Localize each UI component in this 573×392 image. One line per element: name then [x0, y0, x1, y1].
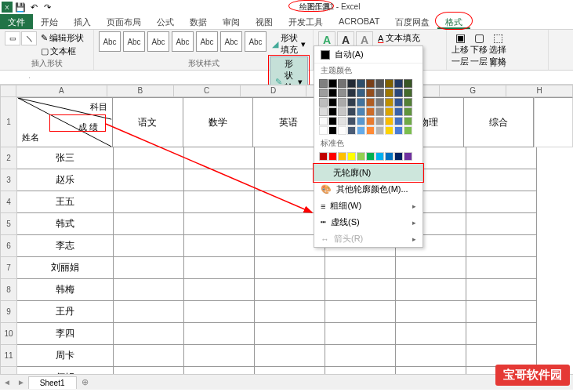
data-cell[interactable] — [466, 257, 537, 279]
color-swatch[interactable] — [404, 152, 412, 161]
color-swatch[interactable] — [347, 89, 356, 97]
color-swatch[interactable] — [328, 79, 337, 88]
color-swatch[interactable] — [366, 117, 375, 125]
data-cell[interactable] — [255, 345, 325, 367]
data-cell[interactable] — [114, 345, 184, 367]
color-swatch[interactable] — [319, 117, 328, 125]
row-header[interactable]: 6 — [0, 235, 17, 257]
row-header[interactable]: 1 — [0, 97, 17, 147]
data-cell[interactable] — [396, 323, 466, 345]
col-header[interactable]: G — [440, 85, 506, 97]
shape-line-icon[interactable]: ＼ — [21, 31, 37, 45]
shape-rect-icon[interactable]: ▭ — [5, 31, 20, 45]
tab-开始[interactable]: 开始 — [33, 14, 66, 29]
dd-more-colors[interactable]: 🎨其他轮廓颜色(M)... — [314, 181, 422, 198]
color-swatch[interactable] — [338, 126, 346, 135]
data-cell[interactable] — [184, 213, 255, 235]
row-header[interactable]: 7 — [0, 257, 17, 279]
color-swatch[interactable] — [385, 98, 393, 107]
add-sheet-button[interactable]: ⊕ — [77, 376, 93, 389]
name-cell[interactable]: 刘丽娟 — [17, 257, 114, 279]
color-swatch[interactable] — [357, 126, 365, 135]
select-all-corner[interactable] — [0, 85, 16, 97]
send-backward-button[interactable]: ▢下移一层 — [470, 31, 488, 55]
color-swatch[interactable] — [394, 117, 403, 125]
color-swatch[interactable] — [319, 79, 328, 88]
color-swatch[interactable] — [375, 89, 384, 97]
color-swatch[interactable] — [385, 89, 393, 97]
col-header[interactable]: C — [174, 85, 241, 97]
tab-开发工具[interactable]: 开发工具 — [281, 14, 331, 29]
data-cell[interactable] — [325, 279, 396, 301]
data-cell[interactable] — [114, 191, 184, 213]
subject-header[interactable]: 综合 — [464, 97, 535, 147]
style-swatch[interactable]: Abc — [196, 31, 218, 52]
subject-header[interactable]: 语文 — [113, 97, 183, 147]
color-swatch[interactable] — [347, 107, 356, 116]
color-swatch[interactable] — [338, 152, 346, 161]
color-swatch[interactable] — [328, 152, 337, 161]
color-swatch[interactable] — [385, 107, 393, 116]
data-cell[interactable] — [114, 169, 184, 191]
color-swatch[interactable] — [347, 117, 356, 125]
row-header[interactable]: 10 — [0, 323, 17, 345]
color-swatch[interactable] — [394, 126, 403, 135]
color-swatch[interactable] — [319, 98, 328, 107]
col-header[interactable]: B — [107, 85, 174, 97]
data-cell[interactable] — [396, 301, 466, 323]
row-header[interactable]: 4 — [0, 191, 17, 213]
color-swatch[interactable] — [375, 107, 384, 116]
dd-dashes[interactable]: ┅虚线(S) — [314, 214, 422, 230]
tab-页面布局[interactable]: 页面布局 — [99, 14, 149, 29]
data-cell[interactable] — [184, 235, 255, 257]
redo-icon[interactable]: ↷ — [42, 2, 53, 13]
col-header[interactable]: A — [16, 85, 107, 97]
data-cell[interactable] — [466, 279, 537, 301]
color-swatch[interactable] — [347, 152, 356, 161]
color-swatch[interactable] — [319, 89, 328, 97]
data-cell[interactable] — [396, 279, 466, 301]
save-icon[interactable]: 💾 — [15, 2, 26, 13]
color-swatch[interactable] — [347, 126, 356, 135]
style-swatch[interactable]: Abc — [147, 31, 169, 52]
data-cell[interactable] — [325, 345, 396, 367]
dd-no-outline[interactable]: 无轮廓(N) — [314, 165, 422, 181]
color-swatch[interactable] — [385, 152, 393, 161]
data-cell[interactable] — [184, 279, 255, 301]
color-swatch[interactable] — [338, 117, 346, 125]
color-swatch[interactable] — [404, 107, 412, 116]
bring-forward-button[interactable]: ▣上移一层 — [452, 31, 469, 55]
color-swatch[interactable] — [385, 126, 393, 135]
color-swatch[interactable] — [394, 98, 403, 107]
data-cell[interactable] — [114, 235, 184, 257]
color-swatch[interactable] — [366, 79, 375, 88]
edit-shape-button[interactable]: ✎编辑形状 — [39, 31, 85, 45]
color-swatch[interactable] — [366, 126, 375, 135]
data-cell[interactable] — [114, 279, 184, 301]
data-cell[interactable] — [466, 301, 537, 323]
subject-header[interactable]: 数学 — [183, 97, 254, 147]
data-cell[interactable] — [325, 323, 396, 345]
color-swatch[interactable] — [404, 89, 412, 97]
dd-automatic[interactable]: 自动(A) — [314, 46, 422, 64]
col-header[interactable]: D — [241, 85, 307, 97]
color-swatch[interactable] — [328, 89, 337, 97]
tab-公式[interactable]: 公式 — [149, 14, 182, 29]
tab-文件[interactable]: 文件 — [0, 14, 33, 29]
tab-nav-prev[interactable]: ◄ — [0, 378, 14, 387]
row-header[interactable]: 5 — [0, 213, 17, 235]
color-swatch[interactable] — [357, 98, 365, 107]
data-cell[interactable] — [184, 191, 255, 213]
color-swatch[interactable] — [404, 126, 412, 135]
data-cell[interactable] — [255, 279, 325, 301]
data-cell[interactable] — [114, 213, 184, 235]
color-swatch[interactable] — [394, 152, 403, 161]
color-swatch[interactable] — [366, 107, 375, 116]
color-swatch[interactable] — [328, 107, 337, 116]
data-cell[interactable] — [255, 257, 325, 279]
data-cell[interactable] — [255, 301, 325, 323]
color-swatch[interactable] — [385, 117, 393, 125]
name-cell[interactable]: 周卡 — [17, 345, 114, 367]
name-cell[interactable]: 赵乐 — [17, 169, 114, 191]
data-cell[interactable] — [184, 147, 255, 169]
